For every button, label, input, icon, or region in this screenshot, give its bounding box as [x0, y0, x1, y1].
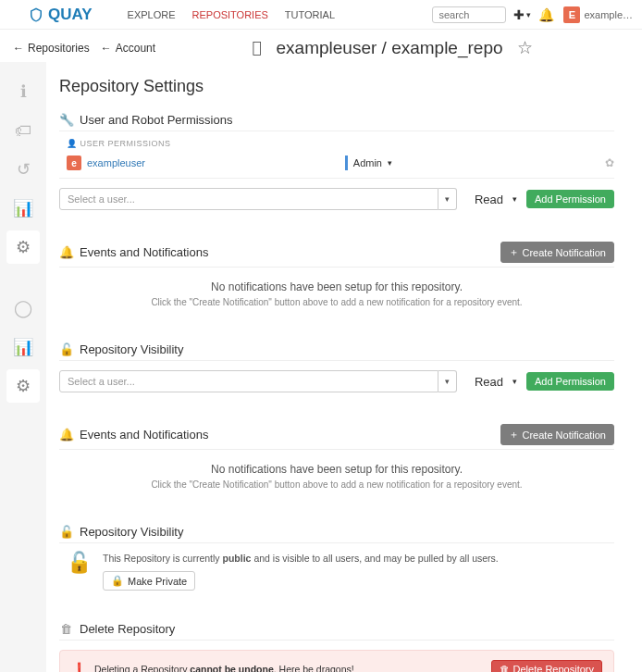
visibility-section-1: 🔓 Repository Visibility Select a user...…	[59, 342, 614, 392]
bell-icon: 🔔	[59, 245, 72, 259]
key-icon: 🔧	[59, 113, 72, 127]
main-content: Repository Settings 🔧 User and Robot Per…	[46, 62, 642, 672]
select-user-input[interactable]: Select a user...	[59, 370, 438, 392]
plus-icon: ＋	[509, 245, 519, 259]
visibility-text: This Repository is currently public and …	[103, 553, 499, 564]
sidebar-tags-icon[interactable]: 🏷	[6, 114, 40, 147]
add-permission-button[interactable]: Add Permission	[526, 190, 614, 208]
lock-open-icon: 🔓	[59, 342, 72, 356]
lock-open-icon: 🔓	[59, 525, 72, 539]
top-nav: QUAY EXPLORE REPOSITORIES TUTORIAL ✚ ▾ 🔔…	[0, 0, 642, 30]
events-section: 🔔 Events and Notifications ＋ Create Noti…	[59, 242, 614, 311]
permissions-heading: User and Robot Permissions	[80, 113, 232, 127]
repo-name-link[interactable]: example_repo	[391, 38, 502, 57]
breadcrumb-bar: ← Repositories ← Account ⌷ exampleuser /…	[0, 30, 642, 62]
sidebar-settings2-icon[interactable]: ⚙	[6, 369, 40, 403]
page-title: Repository Settings	[59, 77, 614, 96]
add-permission-row: Select a user... ▾ Read ▾ Add Permission	[59, 179, 614, 210]
create-notification-button[interactable]: ＋ Create Notification	[500, 242, 615, 263]
trash-icon: 🗑	[59, 622, 72, 636]
make-private-label: Make Private	[128, 576, 187, 587]
sidebar-builds-icon[interactable]: ◯	[6, 292, 40, 325]
make-private-button[interactable]: 🔒 Make Private	[103, 571, 195, 591]
create-icon[interactable]: ✚	[513, 7, 525, 22]
repo-icon: ⌷	[252, 38, 262, 57]
lock-icon: 🔒	[111, 575, 124, 587]
arrow-left-icon: ←	[13, 42, 24, 55]
search-input[interactable]	[432, 6, 506, 23]
brand[interactable]: QUAY	[28, 6, 93, 24]
back-account-label: Account	[116, 42, 155, 55]
role-dropdown[interactable]: Admin ▾	[345, 156, 392, 170]
delete-heading: Delete Repository	[80, 622, 175, 636]
warning-icon: ❗	[71, 662, 87, 672]
delete-warning-text: Deleting a Repository cannot be undone. …	[94, 664, 491, 672]
create-notification-label: Create Notification	[523, 247, 607, 258]
unlock-icon: 🔓	[67, 551, 92, 575]
sidebar-settings-icon[interactable]: ⚙	[6, 230, 40, 264]
star-icon[interactable]: ☆	[517, 38, 533, 57]
empty-title: No notifications have been setup for thi…	[59, 280, 614, 293]
empty-subtitle: Click the "Create Notification" button a…	[59, 297, 614, 307]
add-permission-button[interactable]: Add Permission	[526, 372, 614, 391]
role-value: Admin	[353, 157, 382, 168]
chevron-down-icon: ▾	[512, 194, 517, 204]
visibility-heading: Repository Visibility	[80, 342, 183, 356]
user-avatar[interactable]: E	[563, 6, 580, 23]
visibility-section-2: 🔓 Repository Visibility 🔓 This Repositor…	[59, 525, 614, 591]
notifications-icon[interactable]: 🔔	[538, 7, 554, 22]
repo-owner-link[interactable]: exampleuser	[277, 38, 377, 57]
back-repositories-label: Repositories	[28, 42, 90, 55]
sidebar-info-icon[interactable]: ℹ	[6, 75, 40, 108]
permissions-section: 🔧 User and Robot Permissions 👤USER PERMI…	[59, 113, 614, 210]
brand-text: QUAY	[48, 6, 93, 24]
nav-repositories[interactable]: REPOSITORIES	[192, 9, 268, 20]
user-permissions-label: 👤USER PERMISSIONS	[59, 131, 614, 152]
notifications-empty: No notifications have been setup for thi…	[59, 450, 614, 493]
bell-icon: 🔔	[59, 428, 72, 442]
new-role-dropdown[interactable]: Read ▾	[466, 192, 517, 206]
sidebar: ℹ 🏷 ↺ 📊 ⚙ ◯ 📊 ⚙	[0, 62, 46, 672]
sidebar-history-icon[interactable]: ↺	[6, 153, 40, 186]
arrow-left-icon: ←	[101, 42, 112, 55]
events-heading: Events and Notifications	[80, 245, 208, 259]
layout: ℹ 🏷 ↺ 📊 ⚙ ◯ 📊 ⚙ Repository Settings 🔧 Us…	[0, 62, 642, 672]
empty-subtitle: Click the "Create Notification" button a…	[59, 479, 614, 490]
select-user-caret[interactable]: ▾	[438, 370, 457, 392]
delete-repository-button[interactable]: 🗑 Delete Repository	[491, 660, 602, 672]
repo-title: ⌷ exampleuser / example_repo ☆	[155, 37, 629, 58]
delete-repository-label: Delete Repository	[513, 664, 594, 672]
new-role-dropdown[interactable]: Read ▾	[466, 374, 517, 389]
events-section-2: 🔔 Events and Notifications ＋ Create Noti…	[59, 424, 614, 493]
sidebar-usage-icon[interactable]: 📊	[6, 192, 40, 225]
user-avatar-small: e	[67, 156, 81, 170]
visibility-heading: Repository Visibility	[80, 525, 183, 539]
chevron-down-icon: ▾	[388, 158, 392, 168]
sidebar-usage2-icon[interactable]: 📊	[6, 330, 40, 364]
create-caret-icon[interactable]: ▾	[526, 10, 531, 19]
delete-permission-icon[interactable]: ✿	[605, 156, 614, 169]
user-menu[interactable]: example…	[584, 9, 633, 20]
plus-icon: ＋	[509, 428, 519, 442]
chevron-down-icon: ▾	[512, 377, 517, 386]
create-notification-button[interactable]: ＋ Create Notification	[500, 424, 615, 445]
delete-section: 🗑 Delete Repository ❗ Deleting a Reposit…	[59, 622, 614, 672]
back-repositories[interactable]: ← Repositories	[13, 42, 90, 55]
trash-icon: 🗑	[500, 664, 510, 672]
select-user-caret[interactable]: ▾	[438, 188, 457, 210]
permission-user[interactable]: e exampleuser	[67, 156, 145, 170]
user-icon: 👤	[67, 139, 78, 148]
events-heading: Events and Notifications	[80, 428, 208, 442]
new-role-value: Read	[475, 375, 503, 389]
notifications-empty: No notifications have been setup for thi…	[59, 268, 614, 311]
nav-explore[interactable]: EXPLORE	[128, 9, 176, 20]
permission-user-link[interactable]: exampleuser	[87, 157, 145, 168]
back-account[interactable]: ← Account	[101, 42, 155, 55]
delete-warning: ❗ Deleting a Repository cannot be undone…	[59, 650, 614, 672]
quay-logo-icon	[28, 6, 44, 23]
empty-title: No notifications have been setup for thi…	[59, 463, 614, 476]
permission-row: e exampleuser Admin ▾ ✿	[59, 152, 614, 179]
select-user-input[interactable]: Select a user...	[59, 188, 438, 210]
new-role-value: Read	[475, 193, 503, 206]
nav-tutorial[interactable]: TUTORIAL	[285, 9, 335, 20]
